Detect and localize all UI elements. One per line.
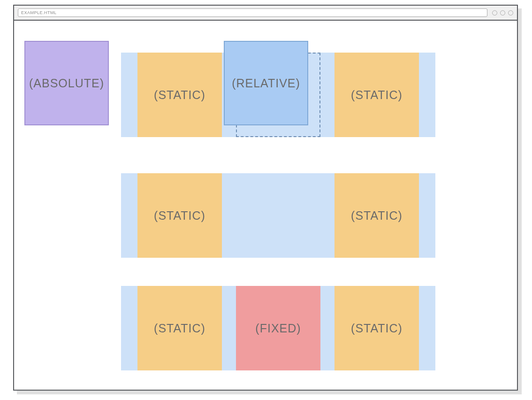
viewport: (ABSOLUTE) (RELATIVE) (STATIC) (STATIC) …	[14, 21, 517, 390]
position-relative-box: (RELATIVE)	[224, 41, 308, 125]
static-label: (STATIC)	[154, 88, 205, 102]
container-row-2: (STATIC) (STATIC)	[121, 173, 435, 258]
address-bar[interactable]: EXAMPLE.HTML	[18, 8, 487, 17]
static-box: (STATIC)	[137, 53, 222, 137]
static-label: (STATIC)	[351, 322, 403, 335]
absolute-removed-gap	[236, 173, 320, 258]
address-text: EXAMPLE.HTML	[21, 10, 57, 15]
static-label: (STATIC)	[351, 209, 403, 223]
static-box: (STATIC)	[137, 173, 222, 258]
window-control-min-icon[interactable]	[492, 10, 497, 15]
browser-window: EXAMPLE.HTML (ABSOLUTE) (RELATIVE) (STAT…	[13, 5, 518, 391]
position-fixed-box: (FIXED)	[236, 286, 320, 370]
static-label: (STATIC)	[351, 88, 403, 102]
static-label: (STATIC)	[154, 322, 205, 335]
position-absolute-box: (ABSOLUTE)	[24, 41, 109, 125]
window-control-close-icon[interactable]	[508, 10, 513, 15]
window-control-max-icon[interactable]	[500, 10, 505, 15]
static-box: (STATIC)	[334, 173, 419, 258]
relative-label: (RELATIVE)	[232, 77, 300, 90]
static-box: (STATIC)	[334, 53, 419, 137]
window-controls	[492, 10, 513, 15]
static-label: (STATIC)	[154, 209, 205, 223]
container-row-3: (STATIC) (FIXED) (STATIC)	[121, 286, 435, 370]
static-box: (STATIC)	[334, 286, 419, 370]
browser-chrome: EXAMPLE.HTML	[14, 6, 517, 21]
static-box: (STATIC)	[137, 286, 222, 370]
fixed-label: (FIXED)	[255, 322, 301, 335]
absolute-label: (ABSOLUTE)	[29, 77, 104, 90]
